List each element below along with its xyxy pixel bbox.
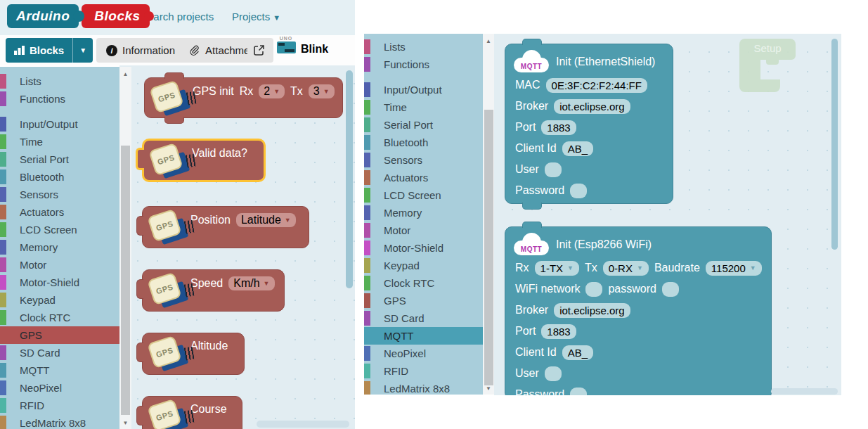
- category-item[interactable]: LCD Screen: [0, 221, 119, 238]
- information-button[interactable]: i Information: [101, 44, 181, 56]
- category-item[interactable]: GPS: [364, 292, 483, 309]
- speed-unit-dropdown[interactable]: Km/h▼: [228, 276, 274, 290]
- client-id-field[interactable]: AB_: [562, 141, 593, 156]
- category-item[interactable]: Clock RTC: [364, 274, 483, 292]
- category-item[interactable]: Keypad: [364, 257, 483, 274]
- scroll-down-icon[interactable]: ▼: [119, 420, 131, 426]
- tx-pin-dropdown[interactable]: 3▼: [309, 84, 335, 98]
- chevron-down-icon: ▼: [637, 264, 643, 271]
- category-item[interactable]: NeoPixel: [0, 379, 119, 397]
- category-item[interactable]: Serial Port: [0, 151, 119, 168]
- password-field[interactable]: [570, 184, 587, 198]
- category-item[interactable]: Keypad: [0, 291, 119, 309]
- scroll-up-icon[interactable]: ▲: [483, 38, 494, 44]
- block-mqtt-init-esp8266-wifi[interactable]: MQTT Init (Esp8266 WiFi) Rx 1-TX▼ Tx 0-R…: [505, 226, 772, 395]
- port-field[interactable]: 1883: [541, 120, 576, 135]
- workspace-horizontal-scrollbar[interactable]: [771, 388, 838, 395]
- left-sidebar-scrollbar[interactable]: ▲ ▼: [119, 67, 131, 429]
- mqtt-flyout-workspace[interactable]: Setup MQTT Init (EthernetShield) MAC0E:3…: [494, 34, 841, 395]
- category-item[interactable]: LCD Screen: [364, 186, 483, 204]
- category-color-chip: [364, 364, 370, 378]
- wifi-network-field[interactable]: [585, 282, 602, 297]
- block-gps-course[interactable]: GPS Course: [142, 396, 242, 429]
- block-gps-speed[interactable]: GPS Speed Km/h▼: [142, 269, 285, 312]
- category-item[interactable]: Functions: [364, 56, 483, 73]
- category-item[interactable]: SD Card: [364, 309, 483, 327]
- right-sidebar-scrollbar[interactable]: ▲ ▼: [483, 34, 494, 395]
- user-field[interactable]: [545, 366, 562, 381]
- baudrate-dropdown[interactable]: 115200▼: [706, 261, 762, 276]
- category-item[interactable]: Bluetooth: [0, 168, 119, 186]
- category-color-chip: [364, 346, 370, 361]
- category-item[interactable]: LedMatrix 8x8: [364, 380, 483, 395]
- category-item[interactable]: Functions: [0, 90, 119, 108]
- category-item[interactable]: Motor: [364, 222, 483, 239]
- category-item[interactable]: MQTT: [364, 327, 483, 345]
- category-item[interactable]: Motor-Shield: [364, 239, 483, 257]
- workspace-horizontal-scrollbar[interactable]: [257, 421, 349, 428]
- chevron-down-icon: ▼: [567, 264, 574, 271]
- category-item[interactable]: NeoPixel: [364, 345, 483, 362]
- port-field[interactable]: 1883: [541, 324, 576, 339]
- category-item[interactable]: Motor-Shield: [0, 274, 119, 291]
- blocks-dropdown-caret[interactable]: ▼: [72, 38, 93, 63]
- flyout-vertical-scrollbar[interactable]: [831, 39, 838, 250]
- client-id-field[interactable]: AB_: [562, 345, 593, 360]
- flyout-vertical-scrollbar[interactable]: [346, 70, 353, 288]
- category-item[interactable]: Sensors: [364, 151, 483, 169]
- category-item[interactable]: Clock RTC: [0, 309, 119, 326]
- scrollbar-thumb[interactable]: [121, 146, 130, 415]
- category-item[interactable]: GPS: [0, 326, 119, 344]
- tx-dropdown[interactable]: 0-RX▼: [603, 261, 649, 276]
- nav-projects-menu[interactable]: Projects▼: [232, 11, 280, 23]
- mac-field[interactable]: 0E:3F:C2:F2:44:FF: [546, 78, 647, 93]
- category-item[interactable]: Actuators: [0, 203, 119, 221]
- wifi-password-field[interactable]: [662, 282, 679, 297]
- category-item[interactable]: Memory: [364, 204, 483, 222]
- left-category-sidebar: Lists Functions Input/Output Time Serial…: [0, 67, 119, 429]
- scroll-down-icon[interactable]: ▼: [483, 385, 494, 392]
- category-item[interactable]: Memory: [0, 238, 119, 256]
- category-item[interactable]: Lists: [364, 38, 483, 56]
- category-item[interactable]: RFID: [364, 362, 483, 380]
- category-item[interactable]: Actuators: [364, 169, 483, 186]
- category-item[interactable]: MQTT: [0, 361, 119, 379]
- broker-field[interactable]: iot.eclipse.org: [554, 99, 630, 114]
- category-item[interactable]: RFID: [0, 397, 119, 414]
- category-item[interactable]: Bluetooth: [364, 134, 483, 151]
- category-item[interactable]: Input/Output: [364, 81, 483, 98]
- category-item[interactable]: SD Card: [0, 344, 119, 361]
- category-item[interactable]: Input/Output: [0, 115, 119, 133]
- block-mqtt-init-ethernetshield[interactable]: MQTT Init (EthernetShield) MAC0E:3F:C2:F…: [505, 44, 673, 204]
- password-field[interactable]: [570, 388, 587, 396]
- category-item[interactable]: Time: [364, 98, 483, 116]
- block-gps-altitude[interactable]: GPS Altitude: [142, 333, 245, 375]
- rx-dropdown[interactable]: 1-TX▼: [535, 261, 579, 276]
- scroll-up-icon[interactable]: ▲: [119, 71, 131, 77]
- scrollbar-thumb[interactable]: [484, 110, 493, 385]
- right-category-sidebar: Lists Functions Input/Output Time Serial…: [364, 34, 483, 395]
- share-button[interactable]: [247, 38, 271, 63]
- block-gps-position[interactable]: GPS Position Latitude▼: [142, 206, 309, 248]
- user-field[interactable]: [545, 162, 562, 177]
- rx-pin-dropdown[interactable]: 2▼: [259, 84, 285, 98]
- category-color-chip: [0, 380, 6, 395]
- ghost-setup-block: Setup: [739, 39, 796, 92]
- gps-flyout-workspace[interactable]: GPS GPS init Rx 2▼ Tx 3▼ GPS Valid data?…: [119, 65, 355, 429]
- category-item[interactable]: Motor: [0, 256, 119, 274]
- block-gps-init[interactable]: GPS GPS init Rx 2▼ Tx 3▼: [144, 77, 343, 118]
- category-color-chip: [0, 222, 6, 237]
- app-logo[interactable]: Arduino Blocks: [7, 4, 150, 28]
- category-item[interactable]: Sensors: [0, 186, 119, 203]
- broker-field[interactable]: iot.eclipse.org: [554, 303, 630, 318]
- category-item[interactable]: Lists: [0, 72, 119, 90]
- blocks-button[interactable]: Blocks ▼: [6, 38, 93, 63]
- block-gps-valid-data[interactable]: GPS Valid data?: [142, 139, 266, 182]
- position-unit-dropdown[interactable]: Latitude▼: [236, 213, 296, 227]
- category-item[interactable]: Time: [0, 133, 119, 151]
- category-color-chip: [364, 100, 370, 115]
- category-item[interactable]: Serial Port: [364, 116, 483, 134]
- category-color-chip: [0, 117, 6, 132]
- category-item[interactable]: LedMatrix 8x8: [0, 414, 119, 429]
- paperclip-icon: [189, 45, 200, 56]
